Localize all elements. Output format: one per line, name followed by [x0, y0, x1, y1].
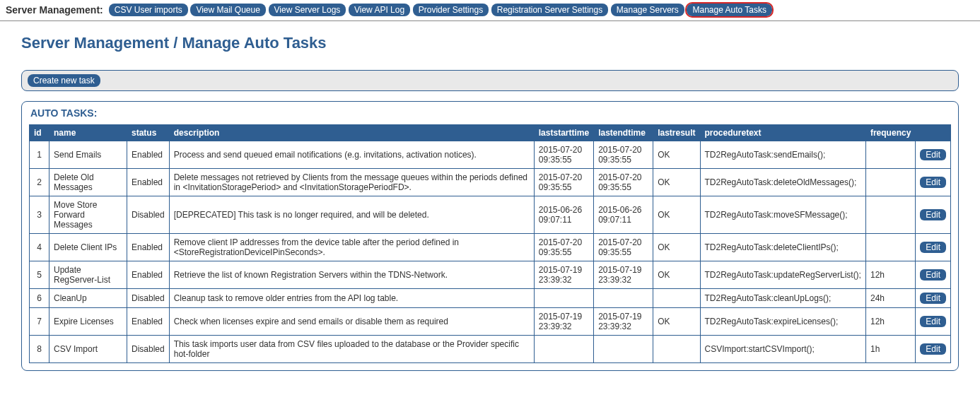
toolbar-row: Create new task — [21, 70, 959, 91]
cell-status: Enabled — [127, 308, 170, 336]
cell-frequency: 24h — [865, 289, 915, 308]
header-id: id — [30, 125, 49, 141]
cell-description: Cleanup task to remove older entries fro… — [169, 289, 534, 308]
cell-lastresult: OK — [653, 141, 700, 169]
cell-proceduretext: TD2RegAutoTask:moveSFMessage(); — [700, 196, 865, 234]
cell-laststarttime — [534, 289, 593, 308]
cell-description: Check when licenses expire and send emai… — [169, 308, 534, 336]
cell-lastresult — [653, 336, 700, 363]
cell-lastendtime: 2015-07-19 23:39:32 — [594, 261, 653, 289]
nav-button-registration-server-settings[interactable]: Registration Server Settings — [491, 4, 608, 16]
cell-lastresult: OK — [653, 234, 700, 261]
cell-action: Edit — [916, 234, 951, 261]
edit-button[interactable]: Edit — [920, 269, 946, 281]
cell-frequency — [865, 141, 915, 169]
cell-action: Edit — [916, 196, 951, 234]
nav-button-view-mail-queue[interactable]: View Mail Queue — [190, 4, 266, 16]
cell-frequency — [865, 234, 915, 261]
cell-laststarttime: 2015-06-26 09:07:11 — [534, 196, 593, 234]
cell-description: [DEPRECATED] This task is no longer requ… — [169, 196, 534, 234]
table-row: 8CSV ImportDisabledThis task imports use… — [30, 336, 951, 363]
cell-status: Enabled — [127, 169, 170, 196]
header-lastendtime: lastendtime — [594, 125, 653, 141]
table-row: 6CleanUpDisabledCleanup task to remove o… — [30, 289, 951, 308]
auto-tasks-table: id name status description laststarttime… — [29, 124, 951, 363]
cell-name: CSV Import — [49, 336, 127, 363]
cell-name: Send Emails — [49, 141, 127, 169]
header-proceduretext: proceduretext — [700, 125, 865, 141]
cell-lastendtime — [594, 336, 653, 363]
cell-lastendtime: 2015-07-20 09:35:55 — [594, 234, 653, 261]
cell-lastresult: OK — [653, 308, 700, 336]
cell-name: CleanUp — [49, 289, 127, 308]
cell-proceduretext: CSVImport:startCSVImport(); — [700, 336, 865, 363]
edit-button[interactable]: Edit — [920, 316, 946, 327]
table-row: 3Move Store Forward MessagesDisabled[DEP… — [30, 196, 951, 234]
cell-frequency — [865, 196, 915, 234]
edit-button[interactable]: Edit — [920, 293, 946, 304]
cell-laststarttime: 2015-07-19 23:39:32 — [534, 261, 593, 289]
cell-lastresult: OK — [653, 169, 700, 196]
auto-tasks-panel: AUTO TASKS: id name status description l… — [21, 101, 959, 371]
nav-button-csv-user-imports[interactable]: CSV User imports — [109, 4, 188, 16]
content-area: Server Management / Manage Auto Tasks Cr… — [0, 21, 980, 384]
cell-name: Move Store Forward Messages — [49, 196, 127, 234]
cell-frequency: 12h — [865, 308, 915, 336]
cell-id: 8 — [30, 336, 49, 363]
cell-id: 2 — [30, 169, 49, 196]
header-description: description — [169, 125, 534, 141]
cell-status: Disabled — [127, 336, 170, 363]
cell-action: Edit — [916, 169, 951, 196]
cell-name: Delete Client IPs — [49, 234, 127, 261]
edit-button[interactable]: Edit — [920, 343, 946, 355]
cell-action: Edit — [916, 336, 951, 363]
cell-lastendtime — [594, 289, 653, 308]
nav-button-view-api-log[interactable]: View API Log — [349, 4, 410, 16]
cell-status: Enabled — [127, 234, 170, 261]
cell-lastendtime: 2015-07-19 23:39:32 — [594, 308, 653, 336]
cell-status: Enabled — [127, 261, 170, 289]
cell-laststarttime: 2015-07-20 09:35:55 — [534, 169, 593, 196]
cell-action: Edit — [916, 261, 951, 289]
header-lastresult: lastresult — [653, 125, 700, 141]
cell-proceduretext: TD2RegAutoTask:deleteOldMessages(); — [700, 169, 865, 196]
edit-button[interactable]: Edit — [920, 149, 946, 160]
cell-id: 6 — [30, 289, 49, 308]
cell-lastendtime: 2015-07-20 09:35:55 — [594, 169, 653, 196]
table-row: 4Delete Client IPsEnabledRemove client I… — [30, 234, 951, 261]
cell-lastresult: OK — [653, 261, 700, 289]
nav-button-provider-settings[interactable]: Provider Settings — [413, 4, 489, 16]
cell-status: Disabled — [127, 196, 170, 234]
cell-name: Delete Old Messages — [49, 169, 127, 196]
header-status: status — [127, 125, 170, 141]
cell-frequency: 12h — [865, 261, 915, 289]
edit-button[interactable]: Edit — [920, 177, 946, 188]
cell-lastresult — [653, 289, 700, 308]
cell-description: Delete messages not retrieved by Clients… — [169, 169, 534, 196]
cell-frequency — [865, 169, 915, 196]
cell-laststarttime: 2015-07-20 09:35:55 — [534, 141, 593, 169]
cell-proceduretext: TD2RegAutoTask:expireLicenses(); — [700, 308, 865, 336]
cell-id: 3 — [30, 196, 49, 234]
nav-button-manage-servers[interactable]: Manage Servers — [611, 4, 684, 16]
page-title: Server Management / Manage Auto Tasks — [21, 34, 959, 52]
cell-description: Remove client IP addresses from the devi… — [169, 234, 534, 261]
cell-description: This task imports user data from CSV fil… — [169, 336, 534, 363]
cell-description: Process and send queued email notificati… — [169, 141, 534, 169]
header-action — [916, 125, 951, 141]
cell-status: Enabled — [127, 141, 170, 169]
cell-id: 5 — [30, 261, 49, 289]
cell-laststarttime — [534, 336, 593, 363]
cell-action: Edit — [916, 289, 951, 308]
create-new-task-button[interactable]: Create new task — [28, 74, 100, 87]
nav-button-view-server-logs[interactable]: View Server Logs — [269, 4, 346, 16]
nav-button-manage-auto-tasks[interactable]: Manage Auto Tasks — [687, 4, 772, 16]
table-row: 5Update RegServer-ListEnabledRetrieve th… — [30, 261, 951, 289]
panel-title: AUTO TASKS: — [30, 107, 951, 119]
cell-name: Expire Licenses — [49, 308, 127, 336]
cell-action: Edit — [916, 141, 951, 169]
edit-button[interactable]: Edit — [920, 242, 946, 253]
edit-button[interactable]: Edit — [920, 209, 946, 220]
cell-proceduretext: TD2RegAutoTask:deleteClientIPs(); — [700, 234, 865, 261]
cell-lastendtime: 2015-07-20 09:35:55 — [594, 141, 653, 169]
